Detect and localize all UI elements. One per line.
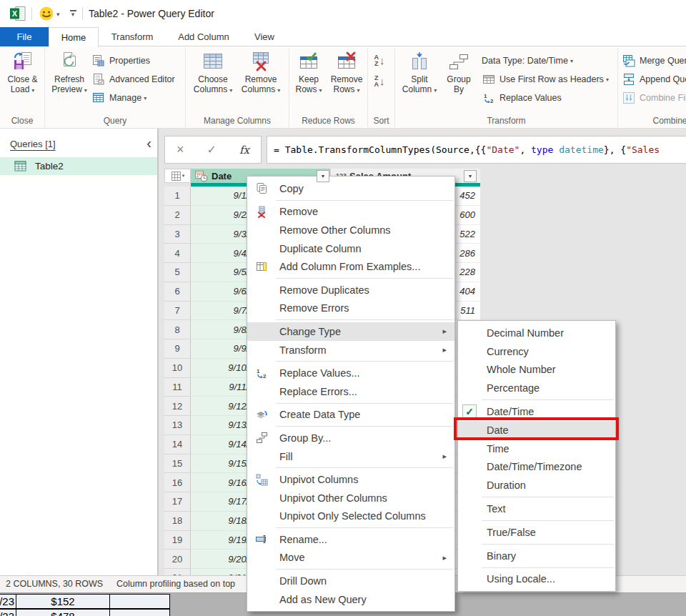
menu-item-duplicate-column[interactable]: Duplicate Column (247, 239, 454, 258)
fx-add-step-icon[interactable]: fx (239, 144, 249, 157)
menu-item-date-time-timezone[interactable]: Date/Time/Timezone (458, 458, 615, 477)
formula-buttons: × ✓ fx (164, 136, 262, 164)
sort-az-icon: AZ (374, 54, 379, 67)
collapse-pane-icon[interactable]: ‹ (146, 136, 151, 150)
remove-rows-button[interactable]: Remove Rows▾ (327, 51, 366, 96)
menu-item-decimal-number[interactable]: Decimal Number (458, 324, 615, 342)
formula-bar-input[interactable]: = Table.TransformColumnTypes(Source,{{"D… (267, 136, 686, 164)
row-number-cell[interactable]: 1 (164, 187, 191, 206)
merge-queries-button[interactable]: Merge Queries (622, 53, 686, 69)
cancel-formula-icon[interactable]: × (177, 142, 184, 157)
sort-ascending-button[interactable]: AZ↓ (368, 51, 391, 70)
feedback-dropdown-icon[interactable]: ▾ (56, 11, 60, 18)
menu-item-replace-errors[interactable]: Replace Errors... (247, 382, 454, 401)
row-number-cell[interactable]: 15 (164, 454, 191, 474)
keep-rows-button[interactable]: Keep Rows▾ (292, 51, 326, 96)
row-number-cell[interactable]: 6 (164, 282, 191, 302)
row-number-cell[interactable]: 17 (164, 492, 191, 512)
tab-file[interactable]: File (0, 27, 49, 46)
choose-columns-icon (192, 51, 234, 74)
menu-item-label: Using Locale... (487, 573, 555, 585)
properties-button[interactable]: Properties (91, 53, 150, 69)
menu-item-replace-values[interactable]: 12Replace Values... (247, 364, 454, 382)
row-number-cell[interactable]: 14 (164, 435, 191, 454)
menu-item-percentage[interactable]: Percentage (458, 379, 615, 397)
status-profiling-info[interactable]: Column profiling based on top (116, 579, 235, 589)
menu-item-rename[interactable]: Rename... (247, 530, 454, 549)
formula-token (553, 144, 559, 155)
row-number-cell[interactable]: 20 (164, 550, 191, 569)
manage-button[interactable]: Manage▾ (91, 90, 146, 106)
feedback-smiley-icon[interactable] (39, 6, 54, 24)
svg-text:X: X (12, 9, 18, 18)
menu-item-add-column-from-examples[interactable]: Add Column From Examples... (247, 257, 454, 276)
row-number-cell[interactable]: 16 (164, 473, 191, 492)
menu-item-currency[interactable]: Currency (458, 342, 615, 361)
tab-home[interactable]: Home (49, 27, 99, 47)
row-number-cell[interactable]: 11 (164, 378, 191, 397)
svg-text:2: 2 (490, 98, 494, 104)
menu-item-fill[interactable]: Fill▸ (247, 447, 454, 466)
date-column-filter-button[interactable]: ▼ (317, 170, 329, 182)
menu-item-change-type[interactable]: Change Type▸ (247, 322, 454, 341)
tab-view[interactable]: View (246, 27, 283, 46)
menu-item-unpivot-columns[interactable]: Unpivot Columns (247, 470, 454, 489)
replace-values-icon: 12 (254, 367, 269, 379)
row-number-cell[interactable]: 18 (164, 512, 191, 531)
select-all-corner-button[interactable]: ▾ (164, 169, 191, 183)
menu-item-transform[interactable]: Transform▸ (247, 341, 454, 359)
row-number-cell[interactable]: 7 (164, 302, 191, 321)
customize-quick-access-toolbar-icon[interactable]: ▾ (69, 9, 77, 16)
sales-column-filter-button[interactable]: ▼ (464, 170, 477, 182)
menu-item-text[interactable]: Text (458, 500, 615, 518)
menu-item-using-locale[interactable]: Using Locale... (458, 570, 615, 589)
menu-item-remove-other-columns[interactable]: Remove Other Columns (247, 221, 454, 239)
split-column-button[interactable]: Split Column▾ (400, 51, 439, 96)
row-number-cell[interactable]: 4 (164, 244, 191, 263)
use-first-row-as-headers-button[interactable]: Use First Row as Headers▾ (482, 71, 609, 87)
menu-item-duration[interactable]: Duration (458, 476, 615, 495)
menu-item-remove-errors[interactable]: Remove Errors (247, 299, 454, 318)
menu-item-whole-number[interactable]: Whole Number (458, 361, 615, 379)
submenu-arrow-icon: ▸ (442, 452, 447, 461)
menu-item-move[interactable]: Move▸ (247, 549, 454, 567)
group-by-button[interactable]: Group By (441, 51, 477, 94)
menu-item-binary[interactable]: Binary (458, 547, 615, 565)
menu-item-time[interactable]: Time (458, 439, 615, 458)
menu-item-remove-duplicates[interactable]: Remove Duplicates (247, 281, 454, 299)
commit-formula-icon[interactable]: ✓ (207, 143, 217, 157)
row-number-cell[interactable]: 2 (164, 206, 191, 225)
menu-item-label: Currency (487, 346, 529, 357)
data-type-button[interactable]: Data Type: Date/Time▾ (482, 53, 573, 69)
datetime-type-icon[interactable] (194, 169, 208, 182)
tab-transform[interactable]: Transform (104, 27, 161, 46)
row-number-cell[interactable]: 12 (164, 397, 191, 416)
refresh-preview-button[interactable]: Refresh Preview▾ (49, 51, 90, 96)
close-and-load-button[interactable]: Close & Load▾ (2, 51, 43, 96)
sort-descending-button[interactable]: ZA↓ (368, 71, 391, 91)
row-number-cell[interactable]: 19 (164, 531, 191, 550)
menu-item-copy[interactable]: Copy (247, 179, 454, 198)
row-number-cell[interactable]: 10 (164, 359, 191, 378)
replace-values-button[interactable]: 12 Replace Values (482, 90, 562, 106)
row-number-cell[interactable]: 13 (164, 416, 191, 435)
append-queries-button[interactable]: Append Queries (622, 71, 686, 87)
query-list-item-table2[interactable]: Table2 (0, 157, 157, 175)
formula-token: "Date" (486, 144, 520, 155)
menu-item-group-by[interactable]: Group By... (247, 429, 454, 447)
menu-item-drill-down[interactable]: Drill Down (247, 572, 454, 590)
menu-item-unpivot-other-columns[interactable]: Unpivot Other Columns (247, 489, 454, 507)
row-number-cell[interactable]: 9 (164, 339, 191, 359)
menu-item-unpivot-only-selected-columns[interactable]: Unpivot Only Selected Columns (247, 507, 454, 526)
row-number-cell[interactable]: 8 (164, 320, 191, 339)
menu-item-create-data-type[interactable]: Create Data Type (247, 406, 454, 424)
row-number-cell[interactable]: 3 (164, 225, 191, 244)
advanced-editor-button[interactable]: Advanced Editor (91, 71, 175, 87)
menu-item-add-as-new-query[interactable]: Add as New Query (247, 590, 454, 609)
choose-columns-button[interactable]: Choose Columns▾ (192, 51, 234, 96)
remove-columns-button[interactable]: Remove Columns▾ (237, 51, 284, 96)
row-number-cell[interactable]: 5 (164, 263, 191, 282)
tab-add-column[interactable]: Add Column (170, 27, 237, 46)
menu-item-remove[interactable]: Remove (247, 203, 454, 222)
menu-item-true-false[interactable]: True/False (458, 523, 615, 542)
